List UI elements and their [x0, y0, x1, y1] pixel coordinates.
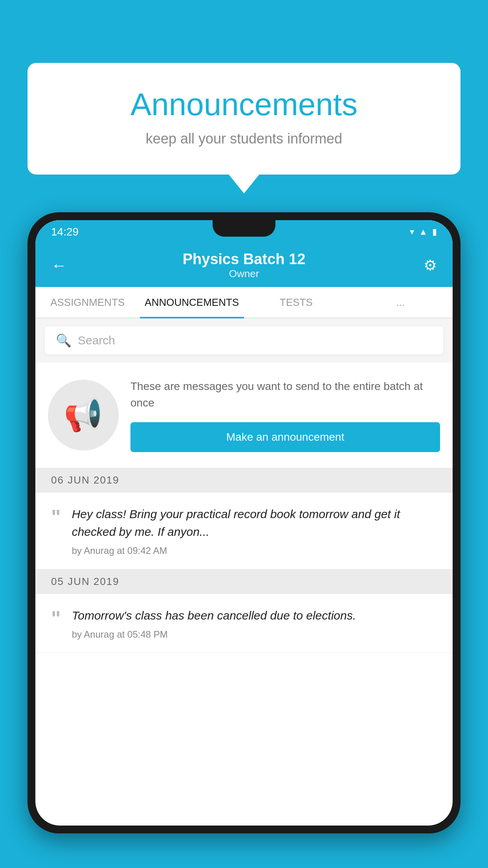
speech-bubble: Announcements keep all your students inf… — [28, 63, 460, 175]
wifi-icon: ▾ — [410, 227, 414, 237]
announcement-text-1: Hey class! Bring your practical record b… — [72, 505, 437, 541]
promo-description: These are messages you want to send to t… — [130, 378, 440, 411]
back-button[interactable]: ← — [51, 257, 67, 274]
phone-mockup: 14:29 ▾ ▲ ▮ ← Physics Batch 12 Owner ⚙ — [28, 212, 460, 868]
status-time: 14:29 — [51, 226, 79, 238]
announcement-item-1[interactable]: " Hey class! Bring your practical record… — [35, 493, 453, 569]
date-separator-2: 05 JUN 2019 — [35, 569, 453, 594]
quote-icon-2: " — [51, 608, 61, 640]
tab-more[interactable]: ... — [349, 287, 453, 318]
phone-screen: 14:29 ▾ ▲ ▮ ← Physics Batch 12 Owner ⚙ — [35, 220, 453, 826]
megaphone-circle: 📢 — [48, 380, 119, 451]
make-announcement-button[interactable]: Make an announcement — [130, 422, 440, 452]
battery-icon: ▮ — [432, 227, 437, 237]
promo-content: These are messages you want to send to t… — [130, 378, 440, 452]
announcement-text-2: Tomorrow's class has been cancelled due … — [72, 607, 437, 624]
search-container: 🔍 Search — [35, 318, 453, 362]
announcement-item-2[interactable]: " Tomorrow's class has been cancelled du… — [35, 594, 453, 653]
tab-announcements[interactable]: ANNOUNCEMENTS — [140, 287, 244, 318]
phone-notch — [213, 220, 275, 237]
app-bar-title-container: Physics Batch 12 Owner — [183, 251, 306, 280]
tab-assignments[interactable]: ASSIGNMENTS — [35, 287, 140, 318]
announcement-meta-1: by Anurag at 09:42 AM — [72, 545, 437, 556]
date-separator-1: 06 JUN 2019 — [35, 468, 453, 493]
tab-tests[interactable]: TESTS — [244, 287, 349, 318]
megaphone-icon: 📢 — [64, 397, 103, 434]
announcement-content-2: Tomorrow's class has been cancelled due … — [72, 607, 437, 640]
phone-outer: 14:29 ▾ ▲ ▮ ← Physics Batch 12 Owner ⚙ — [28, 212, 460, 833]
speech-bubble-subtitle: keep all your students informed — [59, 131, 429, 147]
announcement-content-1: Hey class! Bring your practical record b… — [72, 505, 437, 556]
app-bar: ← Physics Batch 12 Owner ⚙ — [35, 244, 453, 287]
announcement-meta-2: by Anurag at 05:48 PM — [72, 629, 437, 640]
settings-icon[interactable]: ⚙ — [424, 257, 437, 274]
search-bar[interactable]: 🔍 Search — [45, 326, 443, 355]
announcement-promo: 📢 These are messages you want to send to… — [35, 362, 453, 468]
app-bar-subtitle: Owner — [183, 268, 306, 280]
tabs-bar: ASSIGNMENTS ANNOUNCEMENTS TESTS ... — [35, 287, 453, 318]
app-bar-title: Physics Batch 12 — [183, 251, 306, 268]
search-input[interactable]: Search — [78, 334, 115, 347]
status-icons: ▾ ▲ ▮ — [410, 227, 437, 237]
signal-icon: ▲ — [419, 227, 427, 237]
speech-bubble-title: Announcements — [59, 86, 429, 123]
quote-icon-1: " — [51, 507, 61, 556]
speech-bubble-section: Announcements keep all your students inf… — [28, 63, 460, 175]
search-icon: 🔍 — [56, 333, 72, 348]
